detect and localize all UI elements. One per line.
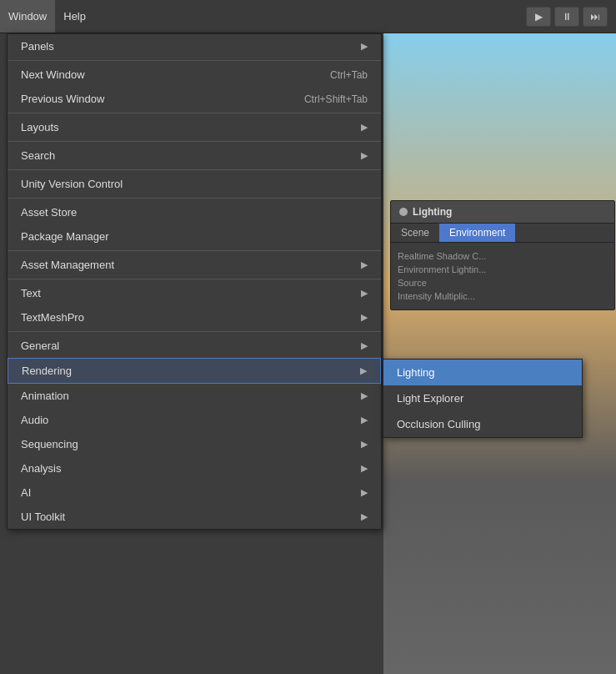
menu-item-panels[interactable]: Panels ▶: [8, 34, 381, 58]
menu-item-package-manager[interactable]: Package Manager: [8, 224, 381, 249]
divider-4: [8, 169, 381, 170]
unity-version-control-label: Unity Version Control: [21, 178, 123, 190]
lighting-row-shadow: Realtime Shadow C...: [398, 249, 608, 263]
menu-bar: Window Help: [0, 0, 94, 33]
sequencing-label: Sequencing: [21, 438, 78, 450]
menu-item-asset-management[interactable]: Asset Management ▶: [8, 253, 381, 277]
pause-button[interactable]: ⏸: [554, 7, 579, 27]
menu-item-previous-window[interactable]: Previous Window Ctrl+Shift+Tab: [8, 87, 381, 111]
menu-item-animation[interactable]: Animation ▶: [8, 384, 381, 408]
next-window-shortcut: Ctrl+Tab: [330, 69, 368, 81]
menu-item-ui-toolkit[interactable]: UI Toolkit ▶: [8, 505, 381, 529]
lighting-tab-environment[interactable]: Environment: [439, 224, 515, 242]
scene-viewport: Lighting Scene Environment Realtime Shad…: [383, 33, 616, 674]
audio-arrow-icon: ▶: [361, 415, 368, 425]
menu-item-general[interactable]: General ▶: [8, 334, 381, 358]
lighting-panel-title: Lighting: [413, 206, 452, 218]
panels-label: Panels: [21, 40, 54, 53]
rendering-submenu: Lighting Light Explorer Occlusion Cullin…: [383, 359, 583, 438]
menu-item-search[interactable]: Search ▶: [8, 143, 381, 168]
menu-item-sequencing[interactable]: Sequencing ▶: [8, 432, 381, 456]
lighting-content: Realtime Shadow C... Environment Lightin…: [391, 243, 614, 309]
play-button[interactable]: ▶: [526, 7, 551, 27]
window-menu[interactable]: Window: [0, 0, 55, 33]
divider-6: [8, 250, 381, 251]
menu-item-rendering[interactable]: Rendering ▶ Lighting Light Explorer Occl…: [8, 358, 381, 384]
asset-store-label: Asset Store: [21, 206, 77, 219]
lighting-row-env: Environment Lightin...: [398, 263, 608, 276]
menu-item-audio[interactable]: Audio ▶: [8, 408, 381, 432]
search-label: Search: [21, 149, 55, 162]
text-arrow-icon: ▶: [361, 288, 368, 299]
lighting-dot-icon: [399, 208, 408, 216]
lighting-row-intensity: Intensity Multiplic...: [398, 289, 608, 303]
search-arrow-icon: ▶: [361, 150, 368, 161]
submenu-item-lighting[interactable]: Lighting: [383, 360, 582, 385]
next-window-label: Next Window: [21, 68, 85, 81]
asset-management-label: Asset Management: [21, 259, 114, 271]
ui-toolkit-arrow-icon: ▶: [361, 511, 368, 522]
top-toolbar: Window Help ▶ ⏸ ⏭: [0, 0, 616, 33]
rendering-label: Rendering: [22, 365, 72, 377]
submenu-item-occlusion-culling[interactable]: Occlusion Culling: [383, 411, 582, 437]
ai-arrow-icon: ▶: [361, 487, 368, 498]
rendering-arrow-icon: ▶: [360, 365, 367, 376]
window-dropdown-menu: Panels ▶ Next Window Ctrl+Tab Previous W…: [7, 33, 382, 530]
help-menu[interactable]: Help: [55, 0, 94, 33]
analysis-arrow-icon: ▶: [361, 463, 368, 474]
analysis-label: Analysis: [21, 462, 61, 475]
menu-item-analysis[interactable]: Analysis ▶: [8, 456, 381, 480]
lighting-row-source: Source: [398, 276, 608, 289]
ui-toolkit-label: UI Toolkit: [21, 511, 65, 523]
divider-1: [8, 60, 381, 61]
menu-item-next-window[interactable]: Next Window Ctrl+Tab: [8, 63, 381, 87]
panels-arrow-icon: ▶: [361, 41, 368, 52]
lighting-tabs: Scene Environment: [391, 224, 614, 243]
sequencing-arrow-icon: ▶: [361, 439, 368, 450]
audio-label: Audio: [21, 414, 48, 426]
lighting-panel-header: Lighting: [391, 201, 614, 224]
divider-2: [8, 113, 381, 113]
previous-window-shortcut: Ctrl+Shift+Tab: [304, 93, 368, 105]
layouts-label: Layouts: [21, 121, 59, 133]
general-label: General: [21, 340, 59, 352]
menu-item-ai[interactable]: AI ▶: [8, 480, 381, 505]
light-explorer-label: Light Explorer: [397, 392, 463, 405]
divider-8: [8, 331, 381, 332]
menu-item-asset-store[interactable]: Asset Store: [8, 200, 381, 224]
divider-5: [8, 198, 381, 199]
env-lighting-label: Environment Lightin...: [398, 264, 486, 274]
source-label: Source: [398, 278, 427, 288]
step-button[interactable]: ⏭: [583, 7, 608, 27]
intensity-label: Intensity Multiplic...: [398, 291, 475, 301]
lighting-panel: Lighting Scene Environment Realtime Shad…: [390, 200, 615, 310]
lighting-submenu-label: Lighting: [397, 366, 435, 379]
general-arrow-icon: ▶: [361, 340, 368, 351]
text-label: Text: [21, 287, 41, 299]
ai-label: AI: [21, 486, 31, 499]
menu-item-layouts[interactable]: Layouts ▶: [8, 115, 381, 139]
menu-item-textmeshpro[interactable]: TextMeshPro ▶: [8, 305, 381, 329]
menu-item-text[interactable]: Text ▶: [8, 281, 381, 305]
submenu-item-light-explorer[interactable]: Light Explorer: [383, 385, 582, 411]
textmeshpro-arrow-icon: ▶: [361, 312, 368, 323]
package-manager-label: Package Manager: [21, 230, 109, 243]
occlusion-culling-label: Occlusion Culling: [397, 418, 480, 430]
animation-label: Animation: [21, 390, 69, 402]
divider-7: [8, 279, 381, 279]
asset-management-arrow-icon: ▶: [361, 259, 368, 270]
previous-window-label: Previous Window: [21, 93, 104, 105]
menu-item-unity-version-control[interactable]: Unity Version Control: [8, 172, 381, 196]
textmeshpro-label: TextMeshPro: [21, 311, 84, 324]
divider-3: [8, 141, 381, 142]
layouts-arrow-icon: ▶: [361, 122, 368, 133]
lighting-tab-scene[interactable]: Scene: [391, 224, 439, 242]
shadow-label: Realtime Shadow C...: [398, 251, 486, 261]
animation-arrow-icon: ▶: [361, 390, 368, 401]
toolbar-controls: ▶ ⏸ ⏭: [526, 0, 608, 33]
